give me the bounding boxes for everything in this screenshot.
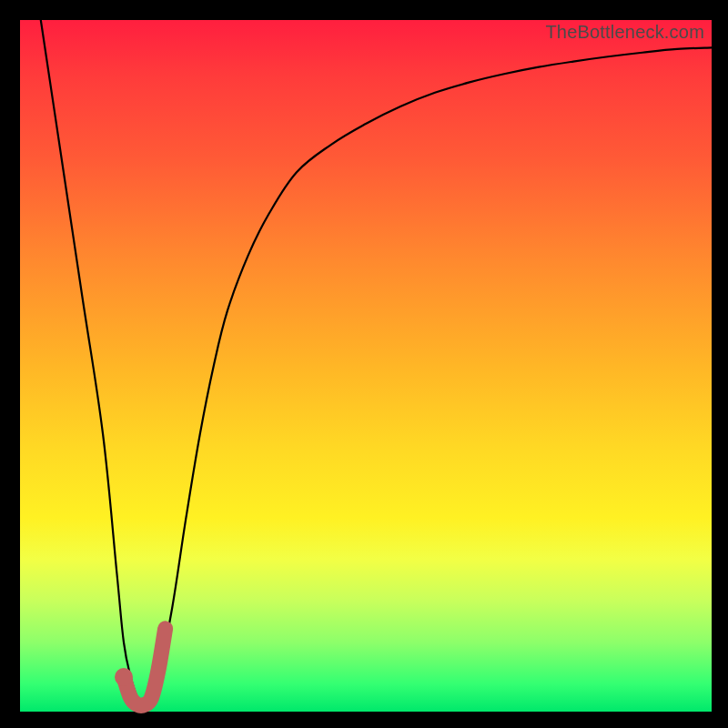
curve-layer <box>20 20 712 712</box>
chart-frame: TheBottleneck.com <box>0 0 728 728</box>
bottleneck-curve <box>41 20 712 704</box>
accent-dot <box>115 668 133 686</box>
plot-area: TheBottleneck.com <box>20 20 712 712</box>
accent-j-curve <box>124 629 166 706</box>
